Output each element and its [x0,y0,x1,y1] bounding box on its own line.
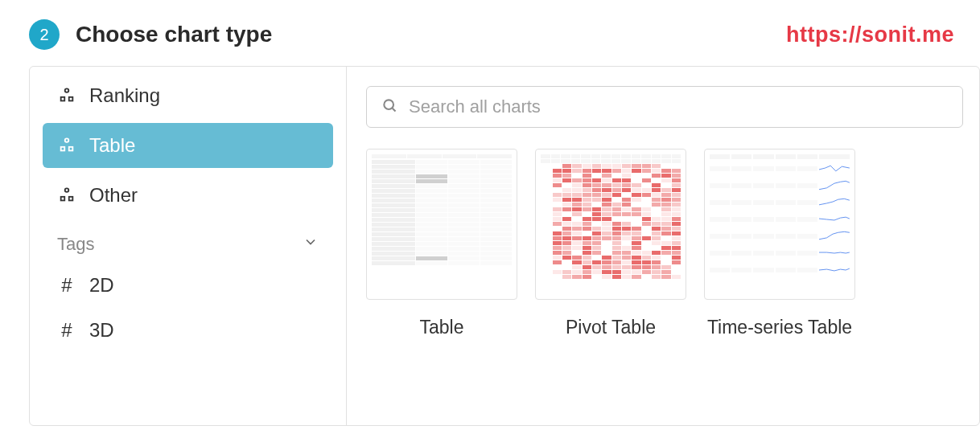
chart-card-label: Pivot Table [566,313,656,342]
svg-point-9 [384,100,393,109]
chart-thumbnail [704,149,855,300]
svg-rect-1 [61,97,65,101]
page-header: 2 Choose chart type https://sonit.me [0,0,980,66]
tag-item-3d[interactable]: # 3D [43,308,333,353]
sidebar-item-other[interactable]: Other [43,173,333,218]
sidebar-item-label: Table [89,134,135,157]
svg-rect-2 [69,97,73,101]
page-title: Choose chart type [76,22,272,47]
chart-category-sidebar: Ranking Table Other [30,67,347,425]
chart-card-table[interactable]: Table [366,149,517,342]
tag-label: 3D [89,319,114,342]
chart-card-time-series-table[interactable]: Time-series Table [704,149,855,342]
chart-gallery: Table Pivot Table [347,67,979,425]
svg-rect-8 [69,197,73,201]
chart-card-label: Table [420,313,464,342]
search-icon [381,97,397,117]
category-icon [57,136,76,155]
chevron-down-icon [303,234,319,255]
chart-thumbnail [366,149,517,300]
svg-rect-5 [69,147,73,151]
sidebar-item-table[interactable]: Table [43,123,333,168]
step-number-badge: 2 [29,19,60,50]
search-input[interactable] [409,96,948,117]
svg-line-10 [393,108,396,112]
category-icon [57,86,76,105]
chart-card-pivot-table[interactable]: Pivot Table [535,149,686,342]
category-icon [57,186,76,205]
tags-label: Tags [57,234,94,255]
hash-icon: # [57,319,76,342]
search-container[interactable] [366,86,963,128]
chart-card-label: Time-series Table [707,313,852,342]
sidebar-item-label: Other [89,184,138,207]
sidebar-item-label: Ranking [89,84,160,107]
chart-thumbnail [535,149,686,300]
chart-type-panel: Ranking Table Other [29,66,980,426]
chart-card-grid: Table Pivot Table [366,149,963,342]
svg-rect-4 [61,147,65,151]
svg-point-0 [65,88,69,92]
svg-point-6 [65,188,69,192]
tag-item-2d[interactable]: # 2D [43,263,333,308]
tag-label: 2D [89,274,114,297]
sidebar-item-ranking[interactable]: Ranking [43,73,333,118]
hash-icon: # [57,274,76,297]
svg-point-3 [65,138,69,142]
tags-collapse-header[interactable]: Tags [43,223,333,263]
svg-rect-7 [61,197,65,201]
watermark-text: https://sonit.me [786,23,954,47]
header-left: 2 Choose chart type [29,19,272,50]
